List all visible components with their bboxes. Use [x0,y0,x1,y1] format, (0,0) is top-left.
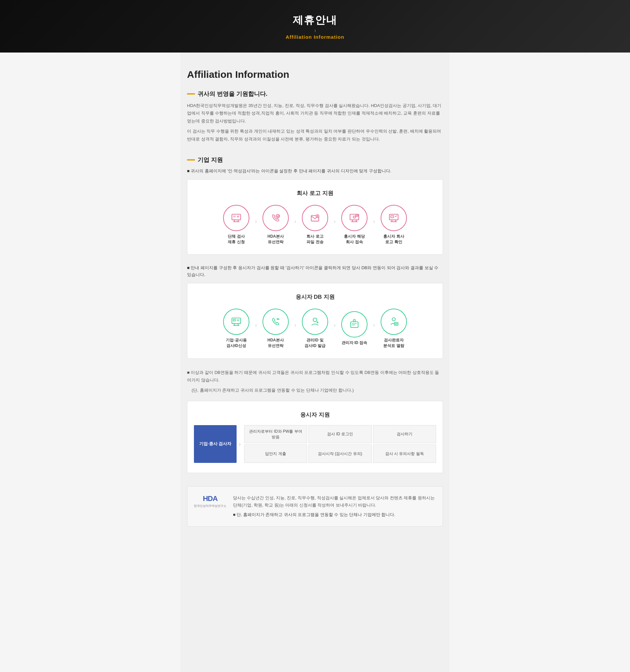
hero-subtitle: Affiliation Information [286,34,345,40]
db-flow-label-3: 관리ID 및검사ID 발급 [304,337,325,349]
company-support-title: 기업 지원 [198,156,223,164]
flow-circle-4 [341,205,368,231]
flow-circle-5 [381,205,407,231]
intro-section: 귀사의 번영을 기원합니다. HDA한국인성직무역성개발원은 35년간 인성, … [187,90,443,143]
db-flow-item-2: HDA본사유선연락 [258,309,294,349]
db-flow-item-4: 관리자 ID 접속 [336,311,372,346]
intro-header: 귀사의 번영을 기원합니다. [187,90,443,98]
intro-para-1: HDA한국인성직무역성개발원은 35년간 인성, 지능, 진로, 적성, 직무수… [187,102,443,125]
svg-rect-41 [395,322,398,326]
db-flow-arrow-2: › [294,322,296,335]
db-flow-label-2: HDA본사유선연락 [268,337,284,349]
logo-support-title: 회사 로고 지원 [194,189,436,197]
svg-point-7 [276,214,280,218]
svg-rect-36 [351,322,358,328]
flow-label-4: 홍시자 해당회사 접속 [344,234,364,245]
hero-section: 제휴안내 Affiliation Information [0,0,630,52]
db-flow-circle-3 [302,309,328,335]
svg-point-39 [353,319,356,322]
db-flow-circle-5 [381,309,407,335]
logo-support-card: 회사 로고 지원 단체 [187,179,443,255]
svg-rect-4 [233,215,236,217]
svg-point-32 [277,319,279,320]
db-flow-label-4: 관리자 ID 접속 [342,340,368,346]
flow-arrow-3: › [334,218,336,232]
db-note-sub: (단, 홈페이지가 존재하고 귀사의 프로그램을 연동할 수 있는 단체나 기업… [187,386,443,394]
note-text-2: 단, 홈페이지가 존재하고 귀사의 프로그램을 연동할 수 있는 단체나 기업에… [233,511,436,519]
flow-item-4: 홍시자 해당회사 접속 [336,205,372,245]
bullet-text-2: 만내 페이지를 구성한 후 응시자가 검사를 원할 때 '검사하기' 아이콘을 … [187,265,443,279]
db-flow-arrow-1: › [255,322,257,335]
company-support-section: 기업 지원 귀사의 홈페이지에 '인·역성검사'라는 아이콘을 설정한 후 만내… [187,156,443,473]
examinee-cell-4: 검사시작 (검사시간 유의) [308,445,372,463]
flow-label-2: HDA본사유선연락 [268,234,284,245]
page-title: Affiliation Information [187,69,443,80]
svg-point-40 [392,318,395,321]
note-logo: HDA 한국인성직무역성연구소 [194,495,226,508]
logo-flow-row: 단체 검사제휴 신청 › HDA본사유선연락 › [194,205,436,245]
bottom-note-box: HDA 한국인성직무역성연구소 당사는 수십년간 인성, 지능, 진로, 직무수… [187,486,443,527]
svg-point-16 [353,216,356,218]
svg-rect-29 [233,319,236,321]
flow-arrow-4: › [373,218,375,232]
bullet-text-1: 귀사의 홈페이지에 '인·역성검사'라는 아이콘을 설정한 후 만내 페이지를 … [187,168,443,175]
examinee-cell-3: 답안지 게출 [244,445,307,463]
db-flow-item-1: 기업·공사용검사ID신성 [218,309,254,349]
examinee-left-label: 기업·종사 검사자 [194,425,236,463]
flow-label-1: 단체 검사제휴 신청 [228,234,245,245]
db-flow-label-1: 기업·공사용검사ID신성 [226,337,246,349]
db-support-title: 응시자 DB 지원 [194,293,436,301]
flow-arrow-1: › [255,218,257,232]
flow-item-2: HDA본사유선연락 [258,205,294,245]
note-logo-sub: 한국인성직무역성연구소 [194,504,226,508]
svg-rect-24 [391,215,394,218]
examinee-cell-0: 관리자로부터 ID와 PW를 부여 받음 [244,425,307,443]
examinee-flow: 기업·종사 검사자 › 관리자로부터 ID와 PW를 부여 받음 검사 ID 로… [194,425,436,463]
db-flow-item-5: 검사완료자분석표 열람 [376,309,412,349]
note-logo-text: HDA [203,495,218,503]
section-accent-2 [187,159,195,161]
db-note-text: ■ 이상과 같이 DB연동을 하기 때문에 귀사의 고객들은 귀사의 프로그램처… [187,369,443,384]
examinee-arrow: › [236,425,243,463]
db-flow-item-3: 관리ID 및검사ID 발급 [297,309,333,349]
intro-title: 귀사의 번영을 기원합니다. [198,90,268,98]
db-flow-row: 기업·공사용검사ID신성 › HDA본사유선연락 › [194,309,436,349]
examinee-cell-1: 검사 ID 로그인 [308,425,372,443]
flow-item-5: 홍시자 회사로고 확인 [376,205,412,245]
note-text-area: 당사는 수십년간 인성, 지능, 진로, 직무수행, 적성검사를 실시해온 업체… [233,495,436,519]
section-accent [187,93,195,95]
note-text-1: 당사는 수십년간 인성, 지능, 진로, 직무수행, 적성검사를 실시해온 업체… [233,495,436,509]
flow-item-3: 회사 로고파일 전송 [297,205,333,245]
company-support-header: 기업 지원 [187,156,443,164]
main-content: Affiliation Information 귀사의 번영을 기원합니다. H… [180,52,450,672]
db-flow-arrow-4: › [373,322,375,335]
flow-arrow-2: › [294,218,296,232]
examinee-cell-2: 검사하기 [373,425,436,443]
db-flow-circle-2 [262,309,289,335]
examinee-right-grid: 관리자로부터 ID와 PW를 부여 받음 검사 ID 로그인 검사하기 답안지 … [244,425,436,463]
examinee-support-card: 응시자 지원 기업·종사 검사자 › 관리자로부터 ID와 PW를 부여 받음 … [187,401,443,473]
flow-label-5: 홍시자 회사로고 확인 [383,234,404,245]
flow-circle-3 [302,205,328,231]
flow-item-1: 단체 검사제휴 신청 [218,205,254,245]
db-support-card: 응시자 DB 지원 기 [187,283,443,359]
db-flow-arrow-3: › [334,322,336,335]
hero-divider [315,29,315,32]
db-flow-circle-4 [341,311,368,337]
flow-label-3: 회사 로고파일 전송 [306,234,323,245]
db-flow-circle-1 [223,309,249,335]
examinee-support-title: 응시자 지원 [194,411,436,418]
hero-title: 제휴안내 [293,13,337,28]
intro-para-2: 이 검사는 직무 수행을 위한 특성과 개인이 내재하고 있는 성격 특성과의 … [187,127,443,143]
examinee-cell-5: 검사 시 유의사항 필독 [373,445,436,463]
svg-point-33 [313,318,317,322]
db-flow-label-5: 검사완료자분석표 열람 [383,337,404,349]
flow-circle-1 [223,205,249,231]
flow-circle-2 [262,205,289,231]
